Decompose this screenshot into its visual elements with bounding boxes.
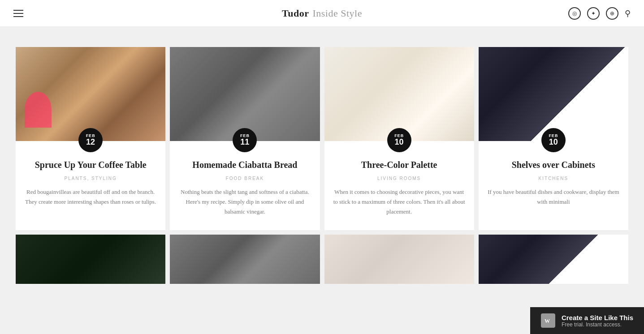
card-title: Three-Color Palette — [333, 159, 465, 171]
twitter-icon[interactable]: ✦ — [587, 7, 600, 20]
card-palette[interactable]: FEB 10 Three-Color Palette LIVING ROOMS … — [324, 47, 474, 230]
card-title: Homemade Ciabatta Bread — [179, 159, 311, 171]
card-ciabatta[interactable]: FEB 11 Homemade Ciabatta Bread FOOD BREA… — [170, 47, 320, 230]
date-day: 10 — [549, 138, 558, 147]
search-icon[interactable]: ⚲ — [625, 9, 631, 18]
header-right: ◎ ✦ ⊕ ⚲ — [568, 7, 631, 20]
menu-button[interactable] — [13, 10, 23, 17]
card-body: Three-Color Palette LIVING ROOMS When it… — [324, 141, 474, 230]
date-day: 12 — [86, 138, 95, 147]
main-content: FEB 12 Spruce Up Your Coffee Table PLANT… — [0, 27, 644, 286]
card-image-fireplace — [16, 47, 165, 141]
bottom-card-image-3 — [324, 235, 474, 284]
site-header: Tudor Inside Style ◎ ✦ ⊕ ⚲ — [0, 0, 644, 27]
site-name-bold: Tudor — [282, 8, 309, 19]
card-image-wrapper: FEB 10 — [479, 47, 628, 141]
card-title: Shelves over Cabinets — [488, 159, 619, 171]
bottom-card-4[interactable] — [479, 235, 628, 284]
card-image-livingroom — [324, 47, 474, 141]
card-shelves[interactable]: FEB 10 Shelves over Cabinets KITCHENS If… — [479, 47, 628, 230]
instagram-icon[interactable]: ◎ — [568, 7, 581, 20]
card-excerpt: Nothing beats the slight tang and softne… — [179, 187, 311, 217]
card-category: KITCHENS — [488, 176, 619, 181]
card-category: PLANTS, STYLING — [25, 176, 156, 181]
card-body: Spruce Up Your Coffee Table PLANTS, STYL… — [16, 141, 165, 220]
card-image-wrapper: FEB 11 — [170, 47, 320, 141]
site-name-light: Inside Style — [312, 8, 362, 19]
bottom-cards-row — [13, 232, 631, 286]
card-title: Spruce Up Your Coffee Table — [25, 159, 156, 171]
card-image-wrapper: FEB 12 — [16, 47, 165, 141]
card-category: LIVING ROOMS — [333, 176, 465, 181]
date-badge-feb11: FEB 11 — [233, 128, 257, 152]
date-badge-feb12: FEB 12 — [78, 128, 103, 152]
cards-grid: FEB 12 Spruce Up Your Coffee Table PLANT… — [13, 45, 631, 232]
header-left — [13, 10, 23, 17]
date-day: 10 — [395, 138, 404, 147]
bottom-card-1[interactable] — [16, 235, 165, 284]
card-body: Shelves over Cabinets KITCHENS If you ha… — [479, 141, 628, 220]
card-image-shelves — [479, 47, 628, 141]
date-badge-feb10b: FEB 10 — [541, 128, 566, 152]
card-excerpt: When it comes to choosing decorative pie… — [333, 187, 465, 217]
date-badge-feb10a: FEB 10 — [387, 128, 411, 152]
card-spruce[interactable]: FEB 12 Spruce Up Your Coffee Table PLANT… — [16, 47, 165, 230]
card-image-bread — [170, 47, 320, 141]
bottom-card-image-2 — [170, 235, 320, 284]
card-image-wrapper: FEB 10 — [324, 47, 474, 141]
date-day: 11 — [240, 138, 249, 147]
pinterest-icon[interactable]: ⊕ — [606, 7, 618, 20]
bottom-card-3[interactable] — [324, 235, 474, 284]
card-body: Homemade Ciabatta Bread FOOD BREAK Nothi… — [170, 141, 320, 230]
card-excerpt: If you have beautiful dishes and cookwar… — [488, 187, 619, 207]
card-excerpt: Red bougainvilleas are beautiful off and… — [25, 187, 156, 207]
bottom-card-2[interactable] — [170, 235, 320, 284]
bottom-card-image-1 — [16, 235, 165, 284]
card-category: FOOD BREAK — [179, 176, 311, 181]
site-logo: Tudor Inside Style — [282, 8, 362, 19]
bottom-card-image-4 — [479, 235, 628, 284]
